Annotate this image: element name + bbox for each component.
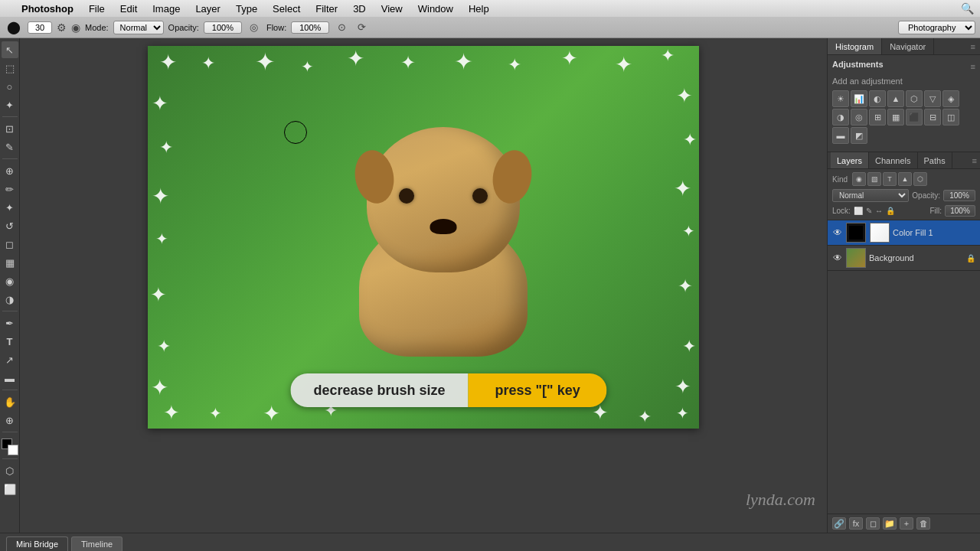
menu-item-window[interactable]: Window: [412, 2, 459, 16]
dodge-tool[interactable]: ◑: [2, 291, 18, 308]
filter-adjustment-icon[interactable]: ▧: [867, 172, 881, 186]
type-tool[interactable]: T: [2, 333, 18, 350]
menu-item-3d[interactable]: 3D: [347, 2, 372, 16]
menu-item-select[interactable]: Select: [266, 2, 306, 16]
vibrance-icon[interactable]: ⬡: [906, 90, 923, 107]
color-balance-icon[interactable]: ◈: [942, 90, 959, 107]
opacity-value[interactable]: 100%: [204, 21, 242, 34]
brush-tool-icon[interactable]: ⬤: [5, 18, 23, 37]
color-swatches[interactable]: [2, 439, 18, 455]
gradient-tool[interactable]: ▦: [2, 254, 18, 271]
bw-icon[interactable]: ◑: [832, 109, 849, 126]
threshold-icon[interactable]: ◫: [942, 109, 959, 126]
add-style-icon[interactable]: fx: [849, 517, 863, 530]
layer-visibility-bg-icon[interactable]: 👁: [832, 253, 843, 263]
filter-shape-icon[interactable]: ▲: [898, 172, 912, 186]
menu-item-type[interactable]: Type: [230, 2, 263, 16]
menu-item-layer[interactable]: Layer: [189, 2, 227, 16]
background-color[interactable]: [8, 445, 18, 455]
link-layers-icon[interactable]: 🔗: [832, 517, 846, 530]
levels-icon[interactable]: 📊: [851, 90, 867, 107]
quick-mask-tool[interactable]: ⬡: [2, 462, 18, 479]
opacity-value[interactable]: 100%: [943, 190, 975, 201]
tab-histogram[interactable]: Histogram: [828, 38, 882, 54]
adjustments-options-icon[interactable]: ≡: [971, 62, 975, 71]
move-tool[interactable]: ↖: [2, 41, 18, 58]
layer-item-background[interactable]: 👁 Background 🔒: [828, 246, 980, 271]
color-lookup-icon[interactable]: ▦: [887, 109, 904, 126]
zoom-tool[interactable]: ⊕: [2, 412, 18, 429]
new-layer-icon[interactable]: +: [900, 517, 913, 530]
screen-mode-tool[interactable]: ⬜: [2, 481, 18, 497]
delete-layer-icon[interactable]: 🗑: [916, 517, 930, 530]
menu-item-file[interactable]: File: [83, 2, 111, 16]
star-decoration: ✦: [683, 130, 697, 150]
filter-smart-icon[interactable]: ⬡: [913, 172, 927, 186]
brush-angle-icon[interactable]: ⟳: [354, 20, 369, 35]
brush-tool[interactable]: ✏: [2, 181, 18, 197]
channel-mixer-icon[interactable]: ⊞: [869, 109, 886, 126]
selective-color-icon[interactable]: ◩: [851, 127, 867, 144]
menu-item-help[interactable]: Help: [462, 2, 495, 16]
menu-item-photoshop[interactable]: Photoshop: [15, 2, 80, 16]
lock-all-icon[interactable]: 🔒: [886, 207, 895, 215]
brush-size-value[interactable]: 30: [28, 21, 52, 34]
tab-layers[interactable]: Layers: [831, 152, 869, 168]
mode-select[interactable]: Normal: [113, 21, 164, 34]
lock-position-icon[interactable]: ↔: [875, 207, 883, 215]
search-icon[interactable]: 🔍: [961, 2, 974, 15]
fill-value[interactable]: 100%: [945, 205, 975, 217]
workspace-select[interactable]: Photography: [898, 21, 975, 34]
layer-visibility-icon[interactable]: 👁: [832, 227, 843, 238]
history-tool[interactable]: ↺: [2, 217, 18, 234]
photo-filter-icon[interactable]: ◎: [851, 109, 867, 126]
blur-tool[interactable]: ◉: [2, 272, 18, 289]
lasso-tool[interactable]: ○: [2, 78, 18, 95]
menu-item-image[interactable]: Image: [146, 2, 186, 16]
marquee-tool[interactable]: ⬚: [2, 60, 18, 77]
add-mask-icon[interactable]: ◻: [866, 517, 880, 530]
layers-options-icon[interactable]: ≡: [972, 156, 977, 165]
filter-type-icon[interactable]: T: [883, 172, 897, 186]
hand-tool[interactable]: ✋: [2, 393, 18, 410]
crop-tool[interactable]: ⊡: [2, 120, 18, 137]
curves-icon[interactable]: ◐: [869, 90, 886, 107]
filter-pixel-icon[interactable]: ◉: [852, 172, 866, 186]
menu-item-view[interactable]: View: [375, 2, 409, 16]
exposure-icon[interactable]: ▲: [887, 90, 904, 107]
star-decoration: ✦: [255, 47, 276, 77]
layer-item-color-fill[interactable]: 👁 Color Fill 1: [828, 220, 980, 246]
shape-tool[interactable]: ▬: [2, 370, 18, 386]
lock-transparent-icon[interactable]: ⬜: [854, 207, 863, 215]
path-selection-tool[interactable]: ↗: [2, 351, 18, 368]
eraser-tool[interactable]: ◻: [2, 236, 18, 253]
eyedropper-tool[interactable]: ✎: [2, 139, 18, 155]
brush-options-icon[interactable]: ⚙: [57, 21, 67, 34]
hsl-icon[interactable]: ▽: [924, 90, 941, 107]
pen-tool[interactable]: ✒: [2, 315, 18, 331]
tab-paths[interactable]: Paths: [918, 152, 952, 168]
tab-channels[interactable]: Channels: [869, 152, 917, 168]
lock-image-icon[interactable]: ✎: [866, 207, 872, 215]
tab-mini-bridge[interactable]: Mini Bridge: [6, 536, 68, 551]
document-canvas[interactable]: ✦ ✦ ✦ ✦ ✦ ✦ ✦ ✦ ✦ ✦ ✦ ✦ ✦ ✦ ✦ ✦ ✦ ✦ ✦: [148, 46, 699, 429]
layer-mode-select[interactable]: Normal: [832, 189, 909, 202]
brush-pressure-icon[interactable]: ⊙: [334, 20, 349, 35]
tab-navigator[interactable]: Navigator: [882, 38, 934, 54]
menu-item-filter[interactable]: Filter: [309, 2, 344, 16]
menu-item-edit[interactable]: Edit: [114, 2, 143, 16]
invert-icon[interactable]: ⬛: [906, 109, 923, 126]
healing-tool[interactable]: ⊕: [2, 162, 18, 179]
airbrush-icon[interactable]: ◎: [247, 20, 262, 35]
tab-timeline[interactable]: Timeline: [71, 536, 122, 551]
panel-options-icon[interactable]: ≡: [966, 42, 980, 51]
options-bar: ⬤ 30 ⚙ ◉ Mode: Normal Opacity: 100% ◎ Fl…: [0, 17, 980, 38]
quick-select-tool[interactable]: ✦: [2, 96, 18, 113]
clone-tool[interactable]: ✦: [2, 199, 18, 216]
new-group-icon[interactable]: 📁: [883, 517, 897, 530]
brush-preview-icon[interactable]: ◉: [71, 21, 80, 34]
posterize-icon[interactable]: ⊟: [924, 109, 941, 126]
flow-value[interactable]: 100%: [291, 21, 329, 34]
gradient-map-icon[interactable]: ▬: [832, 127, 849, 144]
brightness-contrast-icon[interactable]: ☀: [832, 90, 849, 107]
